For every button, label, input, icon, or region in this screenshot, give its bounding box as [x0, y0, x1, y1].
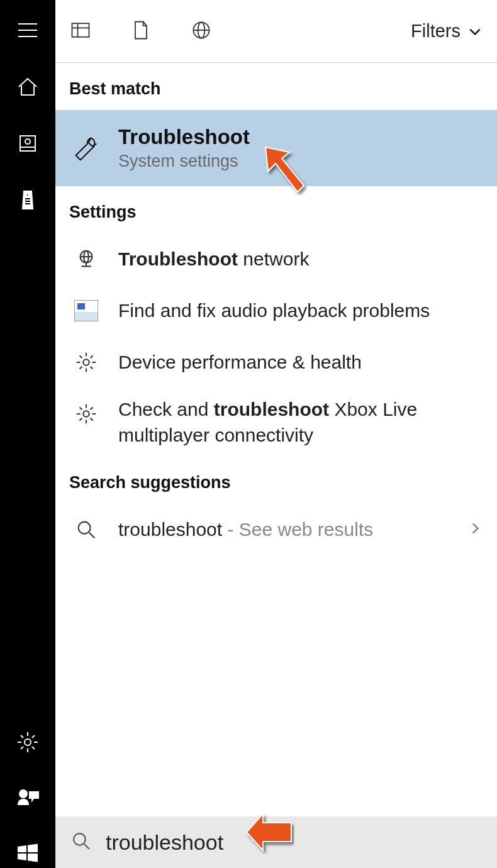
gear-icon: [69, 397, 103, 431]
svg-line-28: [84, 844, 89, 849]
chevron-right-icon: [467, 520, 483, 539]
result-xbox-live[interactable]: Check and troubleshoot Xbox Live multipl…: [55, 388, 497, 457]
result-audio-playback[interactable]: Find and fix audio playback problems: [55, 285, 497, 337]
menu-icon[interactable]: [15, 18, 40, 45]
windows-start-icon[interactable]: [15, 840, 40, 868]
wrench-icon: [69, 131, 103, 165]
svg-point-23: [83, 359, 89, 365]
svg-point-10: [25, 739, 31, 745]
home-icon[interactable]: [15, 74, 40, 102]
svg-point-25: [79, 522, 91, 534]
result-best-troubleshoot[interactable]: Troubleshoot System settings: [55, 110, 497, 186]
feedback-icon[interactable]: [15, 785, 40, 813]
result-web-suggestion[interactable]: troubleshoot - See web results: [55, 504, 497, 555]
photo-icon[interactable]: [15, 131, 40, 159]
gear-icon: [69, 345, 103, 379]
audio-troubleshoot-icon: [69, 294, 103, 328]
svg-line-26: [89, 533, 95, 538]
best-title: Troubleshoot: [118, 125, 250, 148]
suggest-hint: - See web results: [222, 519, 373, 540]
chevron-down-icon: [467, 23, 483, 40]
globe-stand-icon: [69, 242, 103, 276]
svg-point-6: [26, 194, 29, 196]
search-input[interactable]: [106, 830, 482, 855]
section-best-match: Best match: [55, 63, 497, 110]
xbox-bold: troubleshoot: [214, 399, 329, 420]
apps-tab-icon[interactable]: [69, 19, 92, 44]
web-tab-icon[interactable]: [190, 19, 213, 44]
svg-point-27: [74, 833, 86, 845]
xbox-pre: Check and: [118, 399, 214, 420]
search-icon: [70, 830, 92, 854]
result-troubleshoot-network[interactable]: Troubleshoot network: [55, 233, 497, 285]
svg-point-24: [83, 411, 89, 417]
filters-label: Filters: [411, 21, 461, 42]
search-icon: [69, 513, 103, 547]
best-subtitle: System settings: [118, 152, 250, 171]
search-panel: Filters Best match Troubleshoot System s…: [55, 0, 497, 868]
result-tabs: Filters: [55, 0, 497, 63]
network-text: network: [238, 248, 309, 269]
results-list: Best match Troubleshoot System settings …: [55, 63, 497, 816]
remote-icon[interactable]: [15, 187, 40, 215]
search-bar[interactable]: [55, 816, 497, 868]
filters-button[interactable]: Filters: [411, 21, 483, 42]
result-device-performance[interactable]: Device performance & health: [55, 337, 497, 388]
settings-gear-icon[interactable]: [15, 730, 40, 757]
section-settings: Settings: [55, 186, 497, 233]
svg-point-11: [19, 789, 28, 798]
sidebar: [0, 0, 55, 868]
section-suggestions: Search suggestions: [55, 457, 497, 504]
svg-point-4: [25, 139, 30, 144]
network-bold: Troubleshoot: [118, 248, 238, 269]
perf-text: Device performance & health: [118, 350, 362, 376]
svg-rect-12: [72, 23, 89, 37]
audio-text: Find and fix audio playback problems: [118, 298, 430, 324]
documents-tab-icon[interactable]: [130, 19, 152, 44]
suggest-term: troubleshoot: [118, 519, 222, 540]
